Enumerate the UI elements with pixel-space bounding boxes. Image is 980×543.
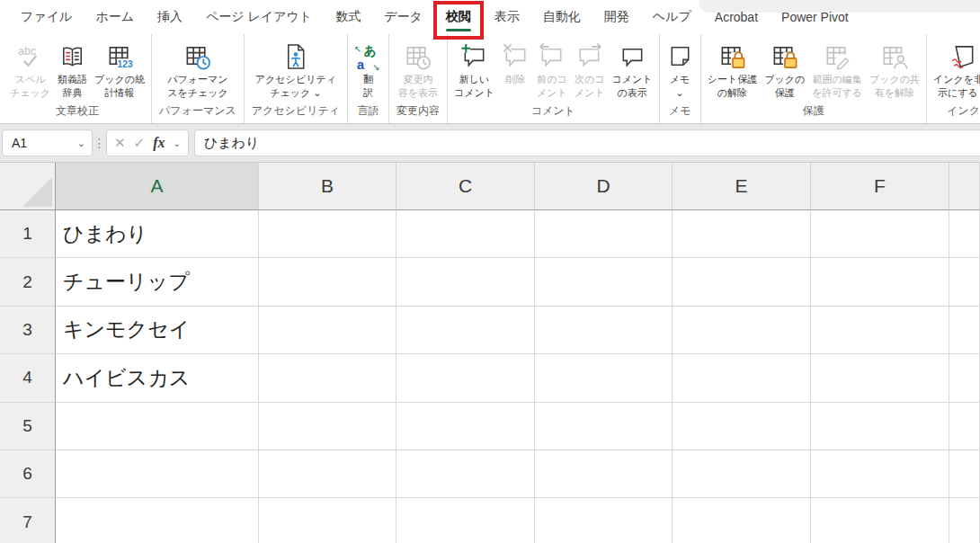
- tab-ホーム[interactable]: ホーム: [84, 0, 146, 34]
- column-header-F[interactable]: F: [811, 163, 949, 210]
- cell-C4[interactable]: [396, 354, 535, 402]
- allow-edit-ranges-icon: [824, 40, 851, 73]
- cell-B2[interactable]: [259, 258, 396, 306]
- spell-check-icon: abc: [16, 40, 44, 73]
- cell-F2[interactable]: [811, 258, 949, 306]
- cell-E2[interactable]: [673, 258, 811, 306]
- cell-E1[interactable]: [673, 210, 811, 258]
- tab-ファイル[interactable]: ファイル: [9, 0, 84, 34]
- enter-icon[interactable]: ✓: [134, 135, 146, 151]
- ribbon-button-new-comment[interactable]: 新しいコメント: [450, 39, 498, 100]
- formula-input[interactable]: ひまわり: [194, 129, 980, 156]
- cell-partial[interactable]: [949, 210, 980, 258]
- column-header-partial[interactable]: [949, 163, 980, 210]
- cell-A6[interactable]: [56, 450, 259, 498]
- cell-E4[interactable]: [673, 354, 811, 402]
- cell-C3[interactable]: [396, 307, 535, 354]
- svg-text:a: a: [357, 57, 365, 70]
- ribbon-button-unprotect-sheet[interactable]: シート保護の解除: [704, 39, 762, 100]
- cell-A1[interactable]: ひまわり: [56, 210, 259, 258]
- ribbon: abcスペルチェック類義語辞典123ブックの統計情報文章校正パフォーマンスをチェ…: [0, 34, 980, 124]
- column-header-A[interactable]: A: [56, 163, 259, 210]
- row-header-7[interactable]: 7: [0, 498, 56, 543]
- cell-partial[interactable]: [949, 258, 980, 306]
- cell-E5[interactable]: [673, 403, 811, 450]
- ribbon-button-thesaurus[interactable]: 類義語辞典: [54, 39, 91, 100]
- chevron-down-icon[interactable]: ⌄: [77, 138, 85, 149]
- cell-A3[interactable]: キンモクセイ: [56, 307, 259, 354]
- cell-partial[interactable]: [949, 498, 980, 543]
- row-header-2[interactable]: 2: [0, 258, 56, 306]
- tab-表示[interactable]: 表示: [483, 0, 531, 34]
- tab-ヘルプ[interactable]: ヘルプ: [641, 0, 703, 34]
- cell-A4[interactable]: ハイビスカス: [56, 354, 259, 402]
- cell-A7[interactable]: [56, 498, 259, 543]
- cell-B4[interactable]: [259, 354, 396, 402]
- cell-E6[interactable]: [673, 450, 811, 498]
- tab-挿入[interactable]: 挿入: [146, 0, 194, 34]
- column-header-E[interactable]: E: [673, 163, 811, 210]
- row-header-5[interactable]: 5: [0, 403, 56, 450]
- column-header-D[interactable]: D: [535, 163, 673, 210]
- cell-D6[interactable]: [535, 450, 673, 498]
- cell-D2[interactable]: [535, 258, 673, 306]
- cell-D7[interactable]: [535, 498, 673, 543]
- tab-数式[interactable]: 数式: [324, 0, 372, 34]
- cell-F5[interactable]: [811, 403, 949, 450]
- ribbon-button-performance[interactable]: パフォーマンスをチェック: [164, 39, 232, 100]
- cell-D4[interactable]: [535, 354, 673, 402]
- cell-A2[interactable]: チューリップ: [56, 258, 259, 306]
- chevron-down-icon[interactable]: ⌄: [173, 138, 180, 148]
- cell-C7[interactable]: [396, 498, 535, 543]
- tab-開発[interactable]: 開発: [592, 0, 641, 34]
- cell-E7[interactable]: [673, 498, 811, 543]
- ribbon-button-accessibility[interactable]: アクセシビリティチェック ⌄: [252, 39, 340, 100]
- cell-partial[interactable]: [949, 307, 980, 354]
- cell-B3[interactable]: [259, 307, 396, 354]
- cell-B7[interactable]: [259, 498, 396, 543]
- insert-function-icon[interactable]: fx: [153, 135, 165, 151]
- cell-F1[interactable]: [811, 210, 949, 258]
- cell-C1[interactable]: [396, 210, 535, 258]
- cell-A5[interactable]: [56, 403, 259, 450]
- row-header-3[interactable]: 3: [0, 307, 56, 354]
- ribbon-button-protect-workbook[interactable]: ブックの保護: [761, 39, 808, 100]
- name-box[interactable]: A1 ⌄: [2, 129, 93, 156]
- cell-D1[interactable]: [535, 210, 673, 258]
- tab-データ[interactable]: データ: [372, 0, 434, 34]
- column-header-C[interactable]: C: [396, 163, 535, 210]
- cancel-icon[interactable]: ✕: [114, 135, 126, 151]
- cell-partial[interactable]: [949, 403, 980, 450]
- row-header-6[interactable]: 6: [0, 450, 56, 498]
- ribbon-button-workbook-stats[interactable]: 123ブックの統計情報: [91, 39, 148, 100]
- cell-D3[interactable]: [535, 307, 673, 354]
- cell-C6[interactable]: [396, 450, 535, 498]
- ribbon-button-show-comments[interactable]: コメントの表示: [609, 39, 656, 100]
- ribbon-button-translate[interactable]: あa↖↘翻訳: [351, 39, 386, 100]
- cell-F4[interactable]: [811, 354, 949, 402]
- cell-partial[interactable]: [949, 450, 980, 498]
- tab-Acrobat[interactable]: Acrobat: [703, 0, 770, 34]
- delete-comment-icon: [502, 40, 530, 73]
- cell-B1[interactable]: [259, 210, 396, 258]
- row-header-1[interactable]: 1: [0, 210, 56, 258]
- cell-D5[interactable]: [535, 403, 673, 450]
- cell-C5[interactable]: [396, 403, 535, 450]
- tab-Power Pivot[interactable]: Power Pivot: [770, 0, 860, 34]
- select-all-button[interactable]: [0, 163, 56, 210]
- cell-F7[interactable]: [811, 498, 949, 543]
- tab-自動化[interactable]: 自動化: [531, 0, 592, 34]
- cell-F3[interactable]: [811, 307, 949, 354]
- cell-C2[interactable]: [396, 258, 535, 306]
- cell-B5[interactable]: [259, 403, 396, 450]
- cell-F6[interactable]: [811, 450, 949, 498]
- ribbon-button-notes[interactable]: メモ⌄: [663, 39, 698, 100]
- row-header-4[interactable]: 4: [0, 354, 56, 402]
- tab-校閲[interactable]: 校閲: [434, 0, 483, 34]
- column-header-B[interactable]: B: [259, 163, 396, 210]
- tab-ページ レイアウト[interactable]: ページ レイアウト: [194, 0, 324, 34]
- cell-E3[interactable]: [673, 307, 811, 354]
- ribbon-button-hide-ink[interactable]: インクを非表示にする ⌄: [930, 39, 980, 100]
- cell-B6[interactable]: [259, 450, 396, 498]
- cell-partial[interactable]: [949, 354, 980, 402]
